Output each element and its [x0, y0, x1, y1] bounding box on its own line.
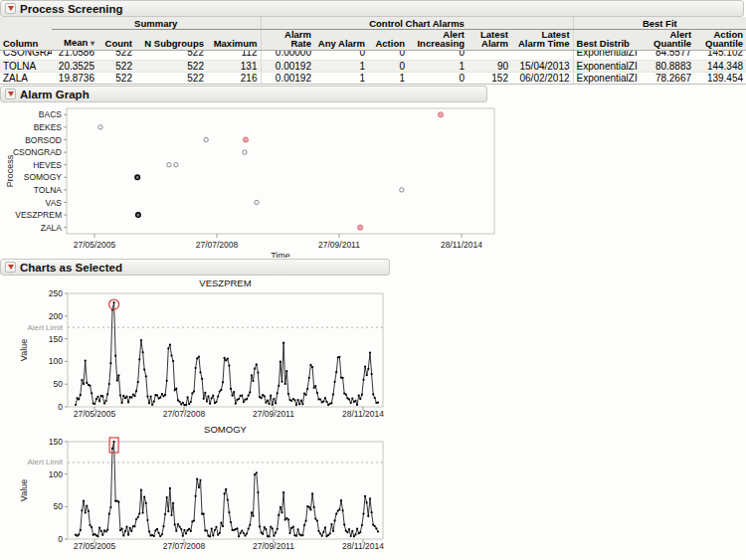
col-header-count[interactable]: Count: [97, 29, 135, 50]
alarm-graph-plot[interactable]: BACSBEKESBORSODCSONGRADHEVESSOMOGYTOLNAV…: [0, 102, 517, 258]
svg-text:150: 150: [49, 334, 63, 344]
cell-alert-increasing: 0: [408, 72, 467, 84]
cell-latest-alarm: 152: [467, 72, 511, 84]
svg-text:28/11/2014: 28/11/2014: [441, 240, 482, 250]
svg-text:27/05/2005: 27/05/2005: [74, 541, 116, 551]
group-header-best-fit: Best Fit: [573, 17, 746, 29]
col-header-action-quantile[interactable]: Action Quantile: [694, 29, 746, 50]
svg-text:0: 0: [58, 534, 63, 544]
svg-text:Value: Value: [19, 339, 29, 361]
svg-text:BORSOD: BORSOD: [25, 135, 62, 145]
cell-action: 0: [368, 50, 408, 60]
cell-count: 522: [97, 72, 135, 84]
svg-text:BACS: BACS: [39, 109, 62, 119]
cell-any-alarm: 1: [314, 72, 368, 84]
process-screening-section-header: Process Screening: [0, 0, 744, 17]
svg-text:CSONGRAD: CSONGRAD: [13, 147, 62, 157]
svg-text:Process: Process: [5, 154, 15, 187]
col-header-action[interactable]: Action: [368, 29, 408, 50]
svg-text:27/09/2011: 27/09/2011: [318, 240, 360, 250]
cell-action-quantile: 139.454: [694, 72, 746, 84]
svg-text:27/09/2011: 27/09/2011: [253, 409, 294, 419]
disclosure-triangle-icon[interactable]: [5, 262, 16, 273]
col-header-latest-alarm-time[interactable]: Latest Alarm Time: [511, 29, 573, 50]
svg-text:Time: Time: [271, 251, 290, 258]
cell-column: CSONGRAD: [0, 50, 52, 60]
svg-text:HEVES: HEVES: [33, 160, 62, 170]
somogy-control-chart[interactable]: SOMOGY050100150Alert Limit27/05/200527/0…: [0, 424, 398, 560]
cell-alert-increasing: 1: [408, 60, 467, 72]
table-column-header-row: ColumnMean ▾CountN SubgroupsMaximumAlarm…: [0, 29, 746, 50]
cell-count: 522: [97, 50, 135, 60]
col-header-column[interactable]: Column: [0, 29, 52, 50]
sort-indicator-icon: ▾: [91, 39, 94, 48]
col-header-mean[interactable]: Mean ▾: [52, 29, 97, 50]
svg-text:SOMOGY: SOMOGY: [204, 424, 247, 435]
cell-alarm-rate: 0.00000: [261, 50, 314, 60]
cell-latest-alarm: [467, 50, 511, 60]
svg-text:27/05/2005: 27/05/2005: [74, 409, 116, 419]
disclosure-triangle-icon[interactable]: [5, 89, 16, 99]
cell-mean: 20.3525: [52, 60, 97, 72]
cell-mean: 21.0586: [52, 50, 97, 60]
cell-column: ZALA: [0, 72, 52, 84]
cell-alarm-rate: 0.00192: [261, 72, 314, 84]
cell-alarm-rate: 0.00192: [261, 60, 314, 72]
veszprem-control-chart[interactable]: VESZPREM050100150200250Alert Limit27/05/…: [0, 277, 398, 422]
svg-text:Alert Limit: Alert Limit: [27, 323, 63, 332]
cell-maximum: 216: [207, 72, 261, 84]
cell-action: 1: [368, 72, 408, 84]
svg-text:VESZPREM: VESZPREM: [15, 210, 62, 220]
disclosure-triangle-icon[interactable]: [5, 3, 16, 14]
section-title: Charts as Selected: [20, 262, 122, 274]
cell-action-quantile: 145.102: [694, 50, 746, 60]
cell-maximum: 112: [207, 50, 261, 60]
group-header-summary: Summary: [52, 17, 261, 29]
alarm-graph-section-header: Alarm Graph: [0, 86, 487, 102]
process-summary-table: SummaryControl Chart AlarmsBest FitColum…: [0, 17, 746, 85]
col-header-best-distrib[interactable]: Best Distrib: [573, 29, 645, 50]
cell-action-quantile: 144.348: [694, 60, 746, 72]
svg-text:28/11/2014: 28/11/2014: [342, 541, 384, 551]
col-header-alarm-rate[interactable]: Alarm Rate: [261, 29, 314, 50]
cell-n-subgroups: 522: [135, 50, 207, 60]
table-row[interactable]: TOLNA20.35255225221310.001921019015/04/2…: [0, 60, 746, 72]
charts-as-selected-section-header: Charts as Selected: [0, 259, 390, 276]
svg-text:ZALA: ZALA: [41, 223, 63, 233]
cell-any-alarm: 1: [314, 60, 368, 72]
svg-text:VESZPREM: VESZPREM: [199, 278, 251, 288]
cell-best-distrib: ExponentialZI: [573, 60, 645, 72]
svg-text:27/09/2011: 27/09/2011: [253, 541, 294, 551]
col-header-maximum[interactable]: Maximum: [207, 29, 261, 50]
cell-best-distrib: ExponentialZI: [573, 50, 645, 60]
cell-alert-quantile: 78.2667: [645, 72, 694, 84]
cell-alert-quantile: 84.5577: [645, 50, 694, 60]
table-row[interactable]: CSONGRAD21.05865225221120.00000000Expone…: [0, 50, 746, 60]
section-title: Alarm Graph: [20, 89, 90, 100]
cell-count: 522: [97, 60, 135, 72]
svg-text:SOMOGY: SOMOGY: [24, 172, 63, 182]
cell-latest-alarm-time: [511, 50, 573, 60]
cell-latest-alarm-time: 06/02/2012: [511, 72, 573, 84]
svg-text:27/07/2008: 27/07/2008: [163, 409, 206, 419]
cell-n-subgroups: 522: [135, 72, 207, 84]
col-header-latest-alarm[interactable]: Latest Alarm: [467, 29, 511, 50]
col-header-any-alarm[interactable]: Any Alarm: [314, 29, 368, 50]
svg-text:100: 100: [49, 356, 63, 366]
table-row[interactable]: ZALA19.87365225222160.0019211015206/02/2…: [0, 72, 746, 84]
cell-latest-alarm: 90: [467, 60, 511, 72]
svg-text:Value: Value: [19, 479, 29, 501]
svg-text:50: 50: [54, 379, 64, 389]
cell-best-distrib: ExponentialZI: [573, 72, 645, 84]
cell-n-subgroups: 522: [135, 60, 207, 72]
svg-text:100: 100: [49, 469, 63, 479]
svg-text:27/07/2008: 27/07/2008: [196, 240, 239, 250]
col-header-alert-quantile[interactable]: Alert Quantile: [645, 29, 694, 50]
table-group-header-row: SummaryControl Chart AlarmsBest Fit: [0, 17, 746, 29]
cell-action: 0: [368, 60, 408, 72]
svg-text:VAS: VAS: [46, 198, 63, 208]
col-header-n-subgroups[interactable]: N Subgroups: [135, 29, 207, 50]
svg-text:27/05/2005: 27/05/2005: [74, 240, 116, 250]
col-header-alert-increasing[interactable]: Alert Increasing: [408, 29, 467, 50]
cell-maximum: 131: [207, 60, 261, 72]
